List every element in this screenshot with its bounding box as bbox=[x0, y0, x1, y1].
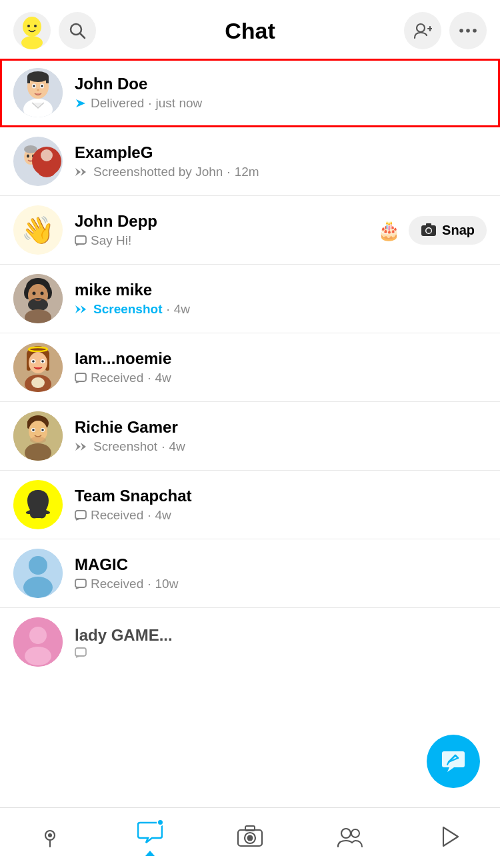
snap-button-john-depp[interactable]: Snap bbox=[409, 216, 487, 245]
svg-rect-76 bbox=[75, 511, 86, 519]
status-text-example-g: Screenshotted by John bbox=[93, 165, 223, 179]
svg-point-60 bbox=[41, 360, 44, 363]
svg-point-71 bbox=[41, 429, 44, 431]
svg-point-82 bbox=[29, 627, 47, 644]
chat-notification-dot bbox=[157, 819, 164, 826]
search-button[interactable] bbox=[59, 12, 96, 49]
chat-item-last[interactable]: lady GAME... bbox=[0, 608, 500, 676]
chat-status-iam-noemie: Received · 4w bbox=[75, 371, 487, 385]
status-text-richie-gamer: Screenshot bbox=[93, 439, 157, 454]
avatar-magic bbox=[13, 549, 63, 598]
add-person-icon bbox=[413, 22, 432, 39]
avatar-john-doe bbox=[13, 68, 63, 117]
nav-camera-button[interactable] bbox=[235, 821, 265, 852]
svg-point-15 bbox=[27, 71, 49, 82]
svg-point-62 bbox=[31, 377, 45, 388]
svg-point-95 bbox=[341, 829, 351, 838]
chat-name-example-g: ExampleG bbox=[75, 143, 487, 162]
chat-item-john-depp[interactable]: 👋 John Depp Say Hi! 🎂 Snap bbox=[0, 196, 500, 265]
svg-marker-24 bbox=[76, 99, 85, 107]
profile-avatar-button[interactable] bbox=[13, 12, 51, 49]
status-time-iam-noemie: 4w bbox=[155, 371, 171, 385]
svg-rect-17 bbox=[46, 77, 49, 83]
snapchat-ghost-icon bbox=[21, 487, 55, 522]
svg-point-19 bbox=[33, 85, 35, 87]
nav-map-button[interactable] bbox=[35, 821, 65, 852]
chat-item-team-snapchat[interactable]: Team Snapchat Received · 4w bbox=[0, 471, 500, 539]
chat-status-mike-mike: Screenshot · 4w bbox=[75, 302, 487, 317]
nav-friends-button[interactable] bbox=[335, 821, 365, 852]
chat-name-last: lady GAME... bbox=[75, 626, 487, 645]
svg-marker-50 bbox=[81, 305, 86, 313]
profile-avatar-icon bbox=[13, 12, 51, 49]
chat-list: John Doe Delivered · just now bbox=[0, 59, 500, 676]
map-icon bbox=[35, 821, 65, 852]
status-time-richie-gamer: 4w bbox=[169, 439, 185, 454]
chat-item-mike-mike[interactable]: mike mike Screenshot · 4w bbox=[0, 265, 500, 333]
chat-status-magic: Received · 10w bbox=[75, 577, 487, 591]
svg-point-78 bbox=[29, 556, 47, 575]
chat-bubble-icon-snapchat bbox=[75, 510, 87, 521]
chat-content-richie-gamer: Richie Gamer Screenshot · 4w bbox=[75, 418, 487, 454]
chat-item-example-g[interactable]: ExampleG Screenshotted by John · 12m bbox=[0, 127, 500, 196]
svg-point-93 bbox=[247, 835, 253, 841]
svg-point-11 bbox=[466, 29, 470, 33]
chat-name-mike-mike: mike mike bbox=[75, 281, 487, 299]
chat-name-john-doe: John Doe bbox=[75, 75, 487, 93]
status-dot: · bbox=[147, 371, 151, 385]
chat-nav-icon bbox=[135, 817, 165, 848]
page-title: Chat bbox=[96, 18, 404, 44]
svg-marker-49 bbox=[75, 305, 81, 313]
screenshot-icon-mike bbox=[75, 303, 89, 315]
chat-content-example-g: ExampleG Screenshotted by John · 12m bbox=[75, 143, 487, 179]
svg-marker-97 bbox=[443, 827, 458, 846]
svg-point-4 bbox=[34, 25, 37, 27]
svg-point-31 bbox=[41, 149, 53, 161]
svg-point-12 bbox=[473, 29, 477, 33]
more-options-button[interactable] bbox=[449, 12, 487, 49]
svg-line-6 bbox=[80, 33, 85, 38]
bottom-navigation bbox=[0, 807, 500, 868]
chat-bubble-icon-last bbox=[75, 647, 87, 658]
add-friend-button[interactable] bbox=[404, 12, 441, 49]
chat-item-iam-noemie[interactable]: Iam...noemie Received · 4w bbox=[0, 333, 500, 402]
chat-name-team-snapchat: Team Snapchat bbox=[75, 487, 487, 505]
nav-chat-button[interactable] bbox=[135, 817, 165, 856]
svg-point-38 bbox=[427, 229, 431, 233]
svg-marker-34 bbox=[81, 168, 86, 176]
chat-content-last: lady GAME... bbox=[75, 626, 487, 658]
status-text-john-doe: Delivered bbox=[91, 96, 144, 111]
avatar-team-snapchat bbox=[13, 480, 63, 529]
avatar-mike-mike bbox=[13, 274, 63, 323]
camera-snap-icon bbox=[421, 223, 437, 237]
chat-item-john-doe[interactable]: John Doe Delivered · just now bbox=[0, 59, 500, 127]
svg-point-2 bbox=[21, 36, 43, 49]
svg-point-21 bbox=[41, 85, 43, 87]
screenshot-icon-richie bbox=[75, 441, 89, 453]
chat-content-magic: MAGIC Received · 10w bbox=[75, 555, 487, 591]
avatar-example-g bbox=[13, 137, 63, 186]
svg-rect-80 bbox=[75, 579, 86, 587]
chat-bubble-icon-noemie bbox=[75, 373, 87, 383]
chat-item-magic[interactable]: MAGIC Received · 10w bbox=[0, 539, 500, 608]
nav-stories-button[interactable] bbox=[435, 821, 465, 852]
status-time-example-g: 12m bbox=[235, 165, 259, 179]
svg-rect-84 bbox=[75, 648, 86, 656]
status-text-iam-noemie: Received bbox=[91, 371, 143, 385]
search-icon bbox=[69, 22, 86, 39]
svg-point-69 bbox=[32, 429, 35, 431]
status-time-magic: 10w bbox=[155, 577, 179, 591]
compose-fab-button[interactable] bbox=[427, 735, 480, 788]
svg-point-46 bbox=[33, 292, 36, 295]
screenshot-icon-example bbox=[75, 166, 89, 178]
chat-content-mike-mike: mike mike Screenshot · 4w bbox=[75, 281, 487, 317]
chat-status-john-depp: Say Hi! bbox=[75, 233, 377, 248]
svg-point-10 bbox=[459, 29, 463, 33]
chat-bubble-icon-magic bbox=[75, 579, 87, 589]
compose-icon bbox=[441, 749, 466, 774]
chat-content-iam-noemie: Iam...noemie Received · 4w bbox=[75, 349, 487, 385]
chat-item-richie-gamer[interactable]: Richie Gamer Screenshot · 4w bbox=[0, 402, 500, 471]
chat-content-john-doe: John Doe Delivered · just now bbox=[75, 75, 487, 111]
svg-point-83 bbox=[25, 647, 51, 665]
svg-marker-74 bbox=[75, 443, 81, 451]
